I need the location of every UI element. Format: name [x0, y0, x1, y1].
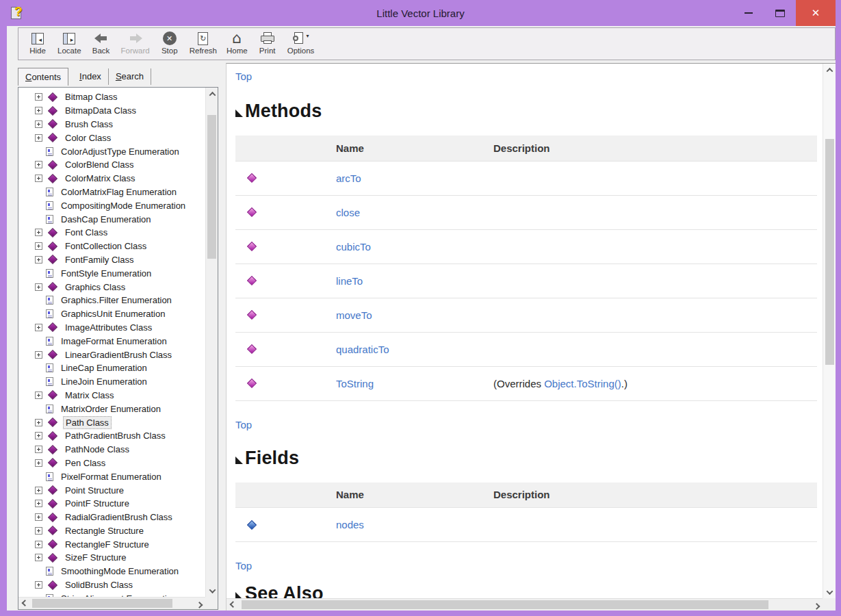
- member-link[interactable]: lineTo: [336, 275, 363, 287]
- fields-heading[interactable]: Fields: [235, 448, 823, 469]
- expand-icon[interactable]: [35, 446, 42, 453]
- tree-item[interactable]: RectangleF Structure: [18, 537, 205, 551]
- tab-contents[interactable]: Contents: [18, 68, 68, 86]
- expand-icon[interactable]: [35, 459, 42, 467]
- tree-item[interactable]: SmoothingMode Enumeration: [18, 565, 205, 578]
- options-button[interactable]: ▾Options: [283, 30, 320, 59]
- tree-item[interactable]: ImageAttributes Class: [18, 321, 205, 335]
- expand-icon[interactable]: [35, 392, 42, 399]
- tree-item[interactable]: ColorMatrixFlag Enumeration: [18, 185, 205, 199]
- expand-icon[interactable]: [35, 161, 42, 168]
- tree-item[interactable]: Rectangle Structure: [18, 524, 205, 538]
- scroll-up-button[interactable]: [206, 88, 218, 100]
- top-link[interactable]: Top: [235, 70, 252, 82]
- tree-item[interactable]: LinearGradientBrush Class: [18, 348, 205, 361]
- tree-item[interactable]: Brush Class: [18, 118, 205, 131]
- content-scroll-left-button[interactable]: [227, 599, 239, 611]
- expand-icon[interactable]: [35, 229, 42, 236]
- tree-item[interactable]: Font Class: [18, 226, 205, 240]
- top-link[interactable]: Top: [235, 560, 252, 572]
- hide-button[interactable]: ◂Hide: [23, 30, 53, 59]
- content-vertical-scrollbar[interactable]: [823, 64, 836, 598]
- tree-item[interactable]: SizeF Structure: [18, 551, 205, 565]
- member-link[interactable]: moveTo: [336, 309, 372, 321]
- tree-item[interactable]: Point Structure: [18, 483, 205, 497]
- tree-item[interactable]: PixelFormat Enumeration: [18, 470, 205, 483]
- expand-icon[interactable]: [35, 242, 42, 250]
- stop-button[interactable]: ✕Stop: [155, 30, 185, 59]
- tree-item[interactable]: StringAlignment Enumeration: [18, 591, 205, 597]
- expand-icon[interactable]: [35, 432, 42, 439]
- tree-item[interactable]: ColorMatrix Class: [18, 172, 205, 185]
- tree-item[interactable]: PointF Structure: [18, 497, 205, 511]
- expand-icon[interactable]: [35, 527, 42, 535]
- tree-item[interactable]: CompositingMode Enumeration: [18, 198, 205, 212]
- tree-hscrollbar-thumb[interactable]: [32, 599, 172, 608]
- back-button[interactable]: Back: [86, 30, 116, 59]
- tree-item[interactable]: Graphics Class: [18, 280, 205, 294]
- content-scroll-up-button[interactable]: [823, 64, 836, 76]
- tree-item[interactable]: LineJoin Enumeration: [18, 375, 205, 389]
- tree-item[interactable]: FontFamily Class: [18, 253, 205, 267]
- expand-icon[interactable]: [35, 256, 42, 264]
- member-link[interactable]: cubicTo: [336, 241, 371, 253]
- expand-icon[interactable]: [35, 351, 42, 359]
- tree-item[interactable]: PathNode Class: [18, 443, 205, 457]
- content-hscrollbar-thumb[interactable]: [242, 600, 768, 609]
- content-scroll-down-button[interactable]: [823, 586, 836, 598]
- tab-search[interactable]: Search: [109, 68, 151, 85]
- close-button[interactable]: ✕: [796, 0, 836, 26]
- tree-item[interactable]: ImageFormat Enumeration: [18, 334, 205, 348]
- minimize-button[interactable]: [733, 0, 764, 26]
- member-link[interactable]: close: [336, 207, 360, 218]
- tree-item[interactable]: PathGradientBrush Class: [18, 429, 205, 443]
- scroll-down-button[interactable]: [206, 585, 218, 597]
- expand-icon[interactable]: [35, 513, 42, 521]
- member-link[interactable]: quadraticTo: [336, 344, 389, 355]
- tree-item[interactable]: SolidBrush Class: [18, 578, 205, 592]
- expand-icon[interactable]: [35, 324, 42, 331]
- tree-item[interactable]: ColorAdjustType Enumeration: [18, 144, 205, 158]
- tree-item[interactable]: Graphics.Filter Enumeration: [18, 294, 205, 307]
- home-button[interactable]: ⌂Home: [222, 30, 253, 59]
- tree-item[interactable]: GraphicsUnit Enumeration: [18, 307, 205, 321]
- member-link[interactable]: nodes: [336, 519, 364, 530]
- tree-item[interactable]: DashCap Enumeration: [18, 212, 205, 226]
- maximize-button[interactable]: [764, 0, 796, 26]
- expand-icon[interactable]: [35, 419, 42, 426]
- tree-horizontal-scrollbar[interactable]: [18, 597, 205, 609]
- content-scroll-right-button[interactable]: [810, 599, 823, 611]
- locate-button[interactable]: ▸Locate: [53, 30, 86, 59]
- expand-icon[interactable]: [35, 175, 42, 182]
- expand-icon[interactable]: [35, 134, 42, 142]
- tree-item[interactable]: Color Class: [18, 131, 205, 144]
- expand-icon[interactable]: [35, 283, 42, 291]
- tree-item[interactable]: MatrixOrder Enumeration: [18, 402, 205, 415]
- tree-item[interactable]: Pen Class: [18, 457, 205, 470]
- override-link[interactable]: Object.ToString(): [544, 378, 621, 389]
- member-link[interactable]: arcTo: [336, 172, 361, 184]
- content-scrollbar-thumb[interactable]: [825, 139, 834, 365]
- expand-icon[interactable]: [35, 581, 42, 589]
- tree-item[interactable]: RadialGradientBrush Class: [18, 511, 205, 524]
- tree-scrollbar-thumb[interactable]: [207, 115, 216, 259]
- expand-icon[interactable]: [35, 554, 42, 561]
- tree-item[interactable]: Matrix Class: [18, 389, 205, 402]
- tree-item[interactable]: LineCap Enumeration: [18, 361, 205, 375]
- expand-icon[interactable]: [35, 500, 42, 507]
- expand-icon[interactable]: [35, 93, 42, 101]
- methods-heading[interactable]: Methods: [235, 101, 823, 122]
- print-button[interactable]: Print: [253, 30, 283, 59]
- tree-item[interactable]: Path Class: [18, 415, 205, 429]
- tree-vertical-scrollbar[interactable]: [205, 88, 218, 597]
- member-link[interactable]: ToString: [336, 378, 374, 389]
- expand-icon[interactable]: [35, 487, 42, 494]
- tree-item[interactable]: FontCollection Class: [18, 240, 205, 253]
- tree-item[interactable]: FontStyle Enumeration: [18, 266, 205, 280]
- top-link[interactable]: Top: [235, 419, 252, 431]
- expand-icon[interactable]: [35, 120, 42, 128]
- expand-icon[interactable]: [35, 107, 42, 114]
- scroll-right-button[interactable]: [193, 598, 205, 610]
- content-horizontal-scrollbar[interactable]: [227, 598, 823, 611]
- tab-index[interactable]: Index: [73, 68, 109, 85]
